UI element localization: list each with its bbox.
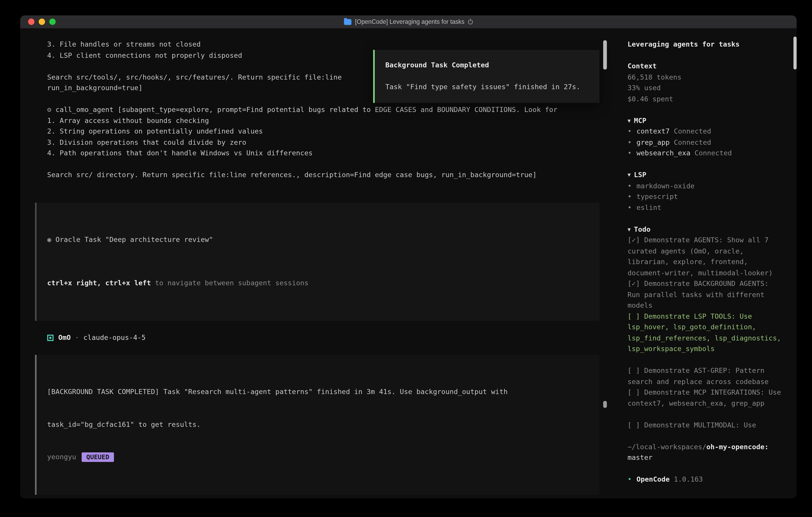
workspace-path: ~/local-workspaces/oh-my-opencode: [628, 441, 785, 452]
app-name: OpenCode [636, 475, 670, 483]
hint-text: to navigate between subagent sessions [151, 279, 309, 287]
separator-dot: · [75, 332, 79, 343]
workspace-path-prefix: ~/local-workspaces/ [628, 443, 706, 451]
traffic-lights [28, 19, 56, 25]
message-author: yeongyu [47, 453, 76, 461]
scrollbar-thumb[interactable] [603, 40, 607, 70]
scrollback-line: 4. Path operations that don't handle Win… [35, 148, 618, 159]
app-version: 1.0.163 [674, 475, 703, 483]
oracle-task-panel: ◉ Oracle Task "Deep architecture review"… [35, 202, 600, 321]
window-title: [OpenCode] Leveraging agents for tasks [355, 17, 465, 27]
minimize-button[interactable] [39, 19, 45, 25]
mcp-item: context7 Connected [628, 126, 785, 137]
message-line: task_id="bg_dcfac161" to get results. [47, 419, 589, 430]
mcp-item: grep_app Connected [628, 137, 785, 148]
scrollback-line: 2. String operations on potentially unde… [35, 126, 618, 137]
queued-badge: QUEUED [82, 453, 114, 462]
workspace-branch: master [628, 453, 785, 463]
tool-call-line: ⚙ call_omo_agent [subagent_type=explore,… [35, 105, 618, 115]
agent-model: claude-opus-4-5 [83, 332, 145, 343]
todo-heading: Todo [634, 225, 650, 233]
folder-icon [344, 19, 351, 25]
lsp-item: markdown-oxide [628, 181, 785, 191]
chevron-down-icon: ▼ [628, 172, 631, 178]
agent-checkbox-icon [47, 334, 54, 341]
mcp-name: context7 [636, 127, 670, 135]
mcp-heading: MCP [634, 116, 646, 124]
chevron-down-icon: ▼ [628, 117, 631, 124]
version-line: OpenCode 1.0.163 [628, 474, 785, 485]
gear-icon: ⚙ [47, 106, 51, 113]
scrollback-line: 3. Division operations that could divide… [35, 137, 618, 148]
lsp-item: eslint [628, 202, 785, 213]
oracle-task-title-line: ◉ Oracle Task "Deep architecture review" [47, 235, 589, 245]
lsp-heading: LSP [634, 171, 646, 179]
toast-body: Task "Find type safety issues" finished … [385, 82, 589, 92]
window-titlebar[interactable]: [OpenCode] Leveraging agents for tasks [20, 16, 796, 29]
lsp-section-header[interactable]: ▼LSP [628, 170, 785, 181]
mcp-item: websearch_exa Connected [628, 148, 785, 159]
sidebar-scrollbar-thumb[interactable] [793, 36, 796, 70]
toast-title: Background Task Completed [385, 60, 589, 71]
context-heading: Context [628, 61, 785, 72]
todo-item: [ ] Demonstrate MULTIMODAL: Use [628, 420, 785, 431]
scrollbar-thumb[interactable] [603, 401, 607, 408]
lsp-item: typescript [628, 192, 785, 202]
terminal-window: [OpenCode] Leveraging agents for tasks 3… [20, 15, 797, 499]
oracle-task-title: Oracle Task "Deep architecture review" [56, 236, 213, 244]
mcp-section-header[interactable]: ▼MCP [628, 115, 785, 126]
chevron-down-icon: ▼ [628, 226, 631, 232]
screen: [OpenCode] Leveraging agents for tasks 3… [0, 0, 812, 517]
close-button[interactable] [28, 19, 35, 25]
mcp-status: Connected [695, 149, 732, 157]
todo-item: [ ] Demonstrate LSP TOOLS: Use lsp_hover… [628, 311, 785, 355]
todo-section-header[interactable]: ▼Todo [628, 224, 785, 235]
todo-item: [ ] Demonstrate MCP INTEGRATIONS: Use co… [628, 387, 785, 409]
record-icon: ◉ [47, 236, 51, 244]
mcp-status: Connected [674, 127, 711, 135]
todo-item: [ ] Demonstrate AST-GREP: Pattern search… [628, 365, 785, 387]
mcp-status: Connected [674, 138, 711, 146]
context-spent: $0.46 spent [628, 93, 785, 104]
agent-name: OmO [58, 332, 71, 343]
todo-item: [✓] Demonstrate AGENTS: Show all 7 curat… [628, 235, 785, 278]
workspace-repo: oh-my-opencode: [706, 443, 768, 451]
session-title: Leveraging agents for tasks [628, 39, 785, 50]
background-task-toast[interactable]: Background Task Completed Task "Find typ… [373, 50, 600, 103]
scrollback-line: Search src/ directory. Return specific f… [35, 170, 618, 181]
message-line: [BACKGROUND TASK COMPLETED] Task "Resear… [47, 387, 589, 398]
context-tokens: 66,518 tokens [628, 72, 785, 83]
mcp-name: websearch_exa [636, 149, 690, 157]
power-icon [468, 19, 473, 24]
todo-item: [✓] Demonstrate BACKGROUND AGENTS: Run p… [628, 278, 785, 311]
hint-keys: ctrl+x right, ctrl+x left [47, 279, 151, 287]
context-used: 33% used [628, 83, 785, 93]
session-sidebar: Leveraging agents for tasks Context 66,5… [618, 29, 797, 498]
window-title-group: [OpenCode] Leveraging agents for tasks [344, 17, 473, 27]
message-meta: yeongyuQUEUED [47, 452, 589, 463]
subagent-nav-hint: ctrl+x right, ctrl+x left to navigate be… [47, 278, 589, 289]
agent-session-header: OmO · claude-opus-4-5 [35, 332, 618, 343]
tool-call-text: call_omo_agent [subagent_type=explore, p… [56, 106, 557, 113]
message-block: [BACKGROUND TASK COMPLETED] Task "Resear… [35, 355, 600, 495]
scrollback-line: 3. File handles or streams not closed [35, 39, 618, 50]
mcp-name: grep_app [636, 138, 670, 146]
scrollback-line: 1. Array access without bounds checking [35, 115, 618, 126]
chat-pane: 3. File handles or streams not closed 4.… [20, 29, 618, 498]
zoom-button[interactable] [49, 19, 56, 25]
